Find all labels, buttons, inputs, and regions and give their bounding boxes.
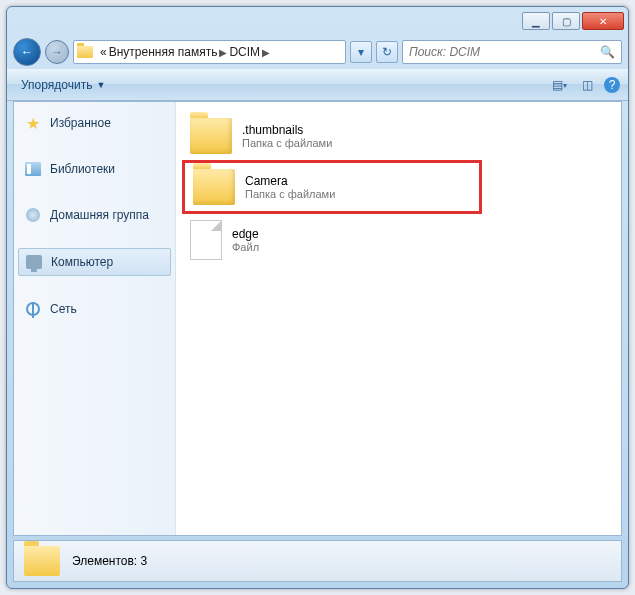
list-item[interactable]: Camera Папка с файлами (182, 160, 482, 214)
details-pane: Элементов: 3 (13, 540, 622, 582)
item-name: edge (232, 227, 259, 241)
status-text: Элементов: 3 (72, 554, 147, 568)
star-icon: ★ (24, 114, 42, 132)
sidebar-item-libraries[interactable]: Библиотеки (18, 156, 171, 182)
organize-menu[interactable]: Упорядочить ▼ (15, 75, 111, 95)
refresh-button[interactable]: ↻ (376, 41, 398, 63)
item-meta: edge Файл (232, 227, 259, 253)
minimize-button[interactable]: ▁ (522, 12, 550, 30)
location-folder-icon (76, 43, 94, 61)
sidebar-item-homegroup[interactable]: Домашняя группа (18, 202, 171, 228)
maximize-button[interactable]: ▢ (552, 12, 580, 30)
search-box[interactable]: 🔍 (402, 40, 622, 64)
file-list[interactable]: .thumbnails Папка с файлами Camera Папка… (176, 102, 621, 535)
list-item[interactable]: .thumbnails Папка с файлами (182, 112, 482, 160)
nav-pane: ★ Избранное Библиотеки Домашняя группа К… (14, 102, 176, 535)
breadcrumb-part[interactable]: Внутренняя память (109, 45, 218, 59)
preview-pane-button[interactable]: ◫ (576, 75, 598, 95)
help-button[interactable]: ? (604, 77, 620, 93)
breadcrumb: « Внутренняя память ▶ DCIM ▶ (96, 45, 274, 59)
arrow-right-icon: → (51, 45, 63, 59)
item-desc: Папка с файлами (242, 137, 332, 149)
breadcrumb-prefix: « (100, 45, 107, 59)
search-input[interactable] (409, 45, 596, 59)
computer-icon (25, 253, 43, 271)
explorer-window: ▁ ▢ ✕ ← → « Внутренняя память ▶ DCIM ▶ ▾… (6, 6, 629, 589)
item-desc: Файл (232, 241, 259, 253)
network-icon (24, 300, 42, 318)
view-options-button[interactable]: ▤▾ (548, 75, 570, 95)
search-icon: 🔍 (600, 45, 615, 59)
address-bar[interactable]: « Внутренняя память ▶ DCIM ▶ (73, 40, 346, 64)
view-icon: ▤ (552, 78, 563, 92)
back-button[interactable]: ← (13, 38, 41, 66)
sidebar-item-label: Домашняя группа (50, 208, 149, 222)
homegroup-icon (24, 206, 42, 224)
organize-label: Упорядочить (21, 78, 92, 92)
refresh-icon: ↻ (382, 45, 392, 59)
sidebar-item-favorites[interactable]: ★ Избранное (18, 110, 171, 136)
folder-icon (24, 546, 60, 576)
item-name: Camera (245, 174, 335, 188)
file-icon (190, 220, 222, 260)
chevron-down-icon: ▼ (96, 80, 105, 90)
folder-icon (190, 118, 232, 154)
sidebar-item-label: Сеть (50, 302, 77, 316)
item-desc: Папка с файлами (245, 188, 335, 200)
item-name: .thumbnails (242, 123, 332, 137)
arrow-left-icon: ← (21, 45, 33, 59)
sidebar-item-label: Избранное (50, 116, 111, 130)
chevron-down-icon: ▾ (358, 45, 364, 59)
explorer-body: ★ Избранное Библиотеки Домашняя группа К… (13, 101, 622, 536)
chevron-right-icon[interactable]: ▶ (219, 47, 227, 58)
item-meta: Camera Папка с файлами (245, 174, 335, 200)
close-button[interactable]: ✕ (582, 12, 624, 30)
sidebar-item-network[interactable]: Сеть (18, 296, 171, 322)
titlebar: ▁ ▢ ✕ (7, 7, 628, 35)
folder-icon (193, 169, 235, 205)
chevron-right-icon[interactable]: ▶ (262, 47, 270, 58)
sidebar-item-computer[interactable]: Компьютер (18, 248, 171, 276)
forward-button[interactable]: → (45, 40, 69, 64)
nav-bar: ← → « Внутренняя память ▶ DCIM ▶ ▾ ↻ 🔍 (7, 35, 628, 69)
sidebar-item-label: Компьютер (51, 255, 113, 269)
help-icon: ? (609, 78, 616, 92)
command-bar: Упорядочить ▼ ▤▾ ◫ ? (7, 69, 628, 101)
list-item[interactable]: edge Файл (182, 214, 482, 266)
preview-pane-icon: ◫ (582, 78, 593, 92)
chevron-down-icon: ▾ (563, 81, 567, 90)
breadcrumb-part[interactable]: DCIM (229, 45, 260, 59)
libraries-icon (24, 160, 42, 178)
address-history-dropdown[interactable]: ▾ (350, 41, 372, 63)
window-controls: ▁ ▢ ✕ (522, 12, 624, 30)
item-meta: .thumbnails Папка с файлами (242, 123, 332, 149)
sidebar-item-label: Библиотеки (50, 162, 115, 176)
